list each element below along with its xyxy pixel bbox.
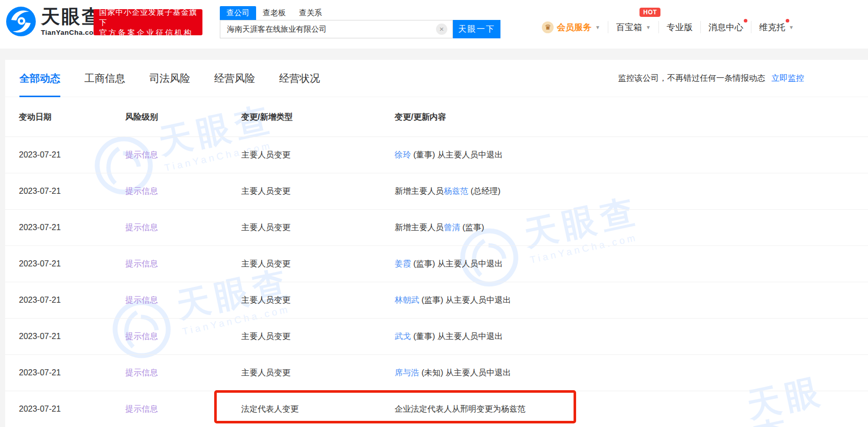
table-header-row: 变动日期风险级别变更/新增类型变更/更新内容 [5, 97, 868, 137]
content-text: (监事) [460, 223, 484, 232]
risk-level: 提示信息 [125, 368, 158, 378]
person-link[interactable]: 徐玲 [395, 150, 411, 159]
person-link[interactable]: 武戈 [395, 332, 411, 341]
content-text: (监事) 从主要人员中退出 [419, 296, 511, 304]
tianyancha-logo-icon [6, 7, 36, 36]
risk-level: 提示信息 [125, 331, 158, 342]
nav-item-label: 会员服务 [557, 21, 591, 33]
risk-level: 提示信息 [125, 259, 158, 269]
chevron-down-icon: ▼ [646, 25, 651, 30]
change-type: 主要人员变更 [241, 295, 290, 306]
tianyancha-logo[interactable]: 天眼查 TianYanCha.com [6, 7, 102, 36]
search-area: 查公司查老板查关系 × 天眼一下 [220, 6, 500, 38]
search-type-tabs: 查公司查老板查关系 [220, 6, 500, 20]
change-date: 2023-07-21 [19, 368, 61, 377]
change-date: 2023-07-21 [19, 404, 61, 414]
person-link[interactable]: 席与浩 [395, 368, 419, 377]
person-link[interactable]: 姜霞 [395, 259, 411, 268]
monitor-text: 监控该公司，不再错过任何一条情报动态 [618, 73, 765, 84]
column-header: 变更/更新内容 [395, 111, 446, 122]
tab-operational-risk[interactable]: 经营风险 [214, 60, 255, 97]
content-text: (董事) 从主要人员中退出 [411, 332, 503, 341]
change-content: 新增主要人员曾清 (监事) [395, 222, 484, 233]
nav-item-label: 百宝箱 [616, 21, 642, 33]
nav-item-user-account[interactable]: 维克托▼ [751, 21, 802, 33]
column-header: 风险级别 [125, 111, 158, 122]
chevron-down-icon: ▼ [789, 25, 794, 30]
search-type-tab[interactable]: 查老板 [256, 6, 292, 20]
change-type: 法定代表人变更 [241, 404, 299, 415]
table-row: 2023-07-21提示信息主要人员变更徐玲 (董事) 从主要人员中退出 [5, 137, 868, 173]
risk-level: 提示信息 [125, 295, 158, 306]
nav-item-message-center[interactable]: 消息中心 [700, 21, 751, 33]
column-header: 变更/新增类型 [241, 111, 292, 122]
change-content: 姜霞 (监事) 从主要人员中退出 [395, 259, 503, 269]
search-type-tab[interactable]: 查公司 [220, 6, 256, 20]
person-link[interactable]: 曾清 [444, 223, 460, 232]
search-input[interactable] [220, 20, 427, 38]
site-header: 天眼查 TianYanCha.com 国家中小企业发展子基金旗下 官方备案企业征… [0, 0, 868, 49]
nav-item-pro-version[interactable]: 专业版 [658, 21, 700, 33]
risk-level: 提示信息 [125, 186, 158, 197]
user-nav: ♛会员服务▼百宝箱▼HOT专业版消息中心维克托▼ [534, 21, 802, 33]
table-row: 2023-07-21提示信息主要人员变更新增主要人员曾清 (监事) [5, 210, 868, 246]
page: 天眼查 TianYanCha.com 国家中小企业发展子基金旗下 官方备案企业征… [0, 0, 868, 427]
vip-crown-icon: ♛ [542, 21, 554, 33]
notification-dot [744, 19, 747, 23]
risk-level: 提示信息 [125, 404, 158, 415]
certification-badge-line1: 国家中小企业发展子基金旗下 [99, 7, 202, 28]
change-content: 林朝武 (监事) 从主要人员中退出 [395, 295, 511, 306]
certification-badge: 国家中小企业发展子基金旗下 官方备案企业征信机构 [94, 9, 202, 35]
change-type: 主要人员变更 [241, 150, 290, 161]
change-content: 企业法定代表人从邢明变更为杨兹范 [395, 404, 526, 415]
company-dynamics-card: 天眼查TianYanCha.com天眼查TianYanCha.com天眼查Tia… [5, 60, 868, 427]
search-button[interactable]: 天眼一下 [453, 20, 500, 38]
table-row: 2023-07-21提示信息主要人员变更新增主要人员杨兹范 (总经理) [5, 173, 868, 210]
search-type-tab[interactable]: 查关系 [292, 6, 329, 20]
nav-item-treasure-box[interactable]: 百宝箱▼HOT [608, 21, 658, 33]
table-body: 2023-07-21提示信息主要人员变更徐玲 (董事) 从主要人员中退出2023… [5, 137, 868, 427]
column-header: 变动日期 [19, 111, 52, 122]
change-date: 2023-07-21 [19, 296, 61, 305]
content-text: (未知) 从主要人员中退出 [419, 368, 511, 377]
nav-item-member-services[interactable]: ♛会员服务▼ [534, 21, 608, 33]
notification-dot [786, 19, 789, 23]
tab-business-info[interactable]: 工商信息 [84, 60, 125, 97]
certification-badge-line2: 官方备案企业征信机构 [99, 28, 202, 38]
risk-level: 提示信息 [125, 150, 158, 161]
chevron-down-icon: ▼ [595, 25, 600, 30]
person-link[interactable]: 杨兹范 [444, 187, 468, 195]
tab-all-updates[interactable]: 全部动态 [19, 60, 60, 97]
clear-search-icon[interactable]: × [436, 24, 447, 35]
table-row: 2023-07-21提示信息主要人员变更林朝武 (监事) 从主要人员中退出 [5, 282, 868, 319]
monitor-link[interactable]: 立即监控 [771, 73, 804, 84]
content-text: (董事) 从主要人员中退出 [411, 150, 503, 159]
hot-badge: HOT [639, 8, 660, 17]
content-text: (总经理) [468, 187, 500, 195]
person-link[interactable]: 林朝武 [395, 296, 419, 304]
logo-text: 天眼查 [41, 7, 102, 26]
search-box: × [220, 20, 453, 38]
change-type: 主要人员变更 [241, 222, 290, 233]
table-row: 2023-07-21提示信息主要人员变更武戈 (董事) 从主要人员中退出 [5, 319, 868, 355]
change-type: 主要人员变更 [241, 368, 290, 378]
change-type: 主要人员变更 [241, 186, 290, 197]
nav-item-label: 消息中心 [709, 21, 743, 33]
nav-item-label: 专业版 [667, 21, 693, 33]
content-text: 新增主要人员 [395, 187, 444, 195]
change-date: 2023-07-21 [19, 332, 61, 341]
content-text: 新增主要人员 [395, 223, 444, 232]
tab-judicial-risk[interactable]: 司法风险 [149, 60, 190, 97]
tab-business-status[interactable]: 经营状况 [279, 60, 320, 97]
change-date: 2023-07-21 [19, 150, 61, 160]
table-row: 2023-07-21提示信息主要人员变更席与浩 (未知) 从主要人员中退出 [5, 355, 868, 391]
content-text: 企业法定代表人从邢明变更为杨兹范 [395, 404, 526, 413]
table-row: 2023-07-21提示信息主要人员变更姜霞 (监事) 从主要人员中退出 [5, 246, 868, 282]
change-content: 新增主要人员杨兹范 (总经理) [395, 186, 500, 197]
change-content: 席与浩 (未知) 从主要人员中退出 [395, 368, 511, 378]
change-date: 2023-07-21 [19, 187, 61, 196]
change-date: 2023-07-21 [19, 223, 61, 232]
content-text: (监事) 从主要人员中退出 [411, 259, 503, 268]
logo-domain: TianYanCha.com [41, 29, 102, 36]
change-content: 武戈 (董事) 从主要人员中退出 [395, 331, 503, 342]
